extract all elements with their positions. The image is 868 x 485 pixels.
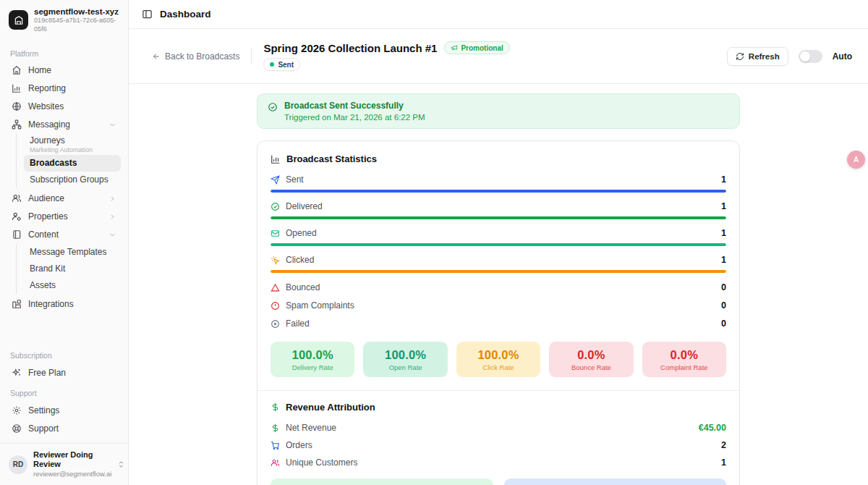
revenue-section-header: Revenue Attribution — [271, 402, 726, 413]
sidebar-item-broadcasts[interactable]: Broadcasts — [24, 155, 121, 172]
complaint-rate-card: 0.0% Complaint Rate — [642, 342, 726, 377]
sidebar-item-assets[interactable]: Assets — [24, 277, 121, 294]
panel-left-icon[interactable] — [142, 9, 153, 20]
sidebar-item-label: Assets — [30, 280, 115, 290]
network-icon — [12, 119, 22, 130]
user-menu[interactable]: RD Reviewer Doing Review reviewer@segmen… — [0, 443, 128, 485]
sidebar-item-support[interactable]: Support — [7, 419, 121, 437]
sidebar-item-settings[interactable]: Settings — [7, 401, 121, 419]
user-name: Reviewer Doing Review — [33, 450, 111, 469]
gear-icon — [12, 405, 22, 416]
conversion-rate-card: 100.0% Conversion Rate — [271, 478, 493, 485]
mail-icon — [271, 229, 280, 238]
stat-value: 1 — [721, 255, 726, 265]
lifebuoy-icon — [12, 423, 22, 434]
banner-subtitle: Triggered on Mar 21, 2026 at 6:22 PM — [284, 113, 425, 122]
auto-refresh-toggle[interactable] — [799, 50, 822, 63]
status-badge: Sent — [263, 58, 300, 71]
sidebar-item-audience[interactable]: Audience — [7, 190, 121, 208]
topbar: Dashboard — [129, 0, 868, 29]
sidebar-item-subscription-groups[interactable]: Subscription Groups — [24, 172, 121, 188]
bar-chart-icon — [12, 83, 22, 93]
sidebar-item-home[interactable]: Home — [7, 62, 121, 80]
users-icon — [271, 458, 280, 468]
revenue-value: €45.00 — [699, 423, 726, 433]
sidebar-item-content[interactable]: Content — [7, 226, 121, 244]
workspace-switcher[interactable]: segmentflow-test-xyz 019c8545-a7b1-72c6-… — [0, 0, 128, 39]
refresh-button[interactable]: Refresh — [727, 47, 788, 66]
stat-row-bounced: Bounced 0 — [271, 279, 726, 295]
sidebar-item-messaging[interactable]: Messaging — [7, 116, 121, 134]
dollar-icon — [271, 402, 280, 412]
statistics-section-header: Broadcast Statistics — [271, 153, 726, 164]
sidebar-item-brand-kit[interactable]: Brand Kit — [24, 261, 121, 277]
statistics-title: Broadcast Statistics — [286, 153, 377, 164]
stat-label: Spam Complaints — [286, 300, 354, 311]
content-scroll-area[interactable]: Broadcast Sent Successfully Triggered on… — [129, 84, 868, 485]
rate-value: 0.0% — [577, 348, 605, 362]
status-dot-icon — [270, 62, 274, 67]
sidebar-item-free-plan[interactable]: Free Plan — [7, 363, 121, 381]
chevron-right-icon — [109, 213, 116, 221]
workspace-logo-icon — [9, 10, 28, 30]
sidebar-item-label: Settings — [28, 405, 59, 416]
stat-row-delivered: Delivered 1 — [271, 199, 726, 214]
send-icon — [271, 175, 280, 185]
stat-label: Bounced — [286, 282, 320, 292]
bounce-rate-card: 0.0% Bounce Rate — [549, 342, 633, 377]
rate-label: Bounce Rate — [571, 363, 611, 371]
sidebar-item-label: Broadcasts — [30, 158, 115, 168]
rate-value: 0.0% — [671, 348, 698, 362]
sidebar-item-properties[interactable]: Properties — [7, 208, 121, 226]
promotional-badge: Promotional — [444, 41, 509, 54]
stat-label: Clicked — [286, 255, 314, 265]
revenue-label: Unique Customers — [286, 457, 357, 468]
sidebar-item-label: Brand Kit — [30, 263, 115, 274]
translate-floating-button[interactable]: A — [847, 151, 865, 169]
user-email: reviewer@segmentflow.ai — [33, 470, 111, 478]
rate-label: Delivery Rate — [292, 363, 333, 371]
progress-bar — [271, 190, 726, 193]
rate-value: 100.0% — [385, 348, 426, 362]
revenue-value: 2 — [721, 440, 726, 450]
x-circle-icon — [271, 319, 280, 329]
translate-icon: A — [854, 156, 859, 164]
alert-circle-icon — [271, 301, 280, 311]
stat-value: 1 — [721, 174, 726, 185]
success-banner: Broadcast Sent Successfully Triggered on… — [257, 93, 740, 129]
rate-value: 100.0% — [477, 348, 519, 362]
refresh-button-label: Refresh — [749, 52, 780, 61]
sidebar-item-label: Reporting — [28, 83, 66, 93]
broadcast-title: Spring 2026 Collection Launch #1 — [263, 42, 437, 54]
stat-row-spam-complaints: Spam Complaints 0 — [271, 298, 726, 313]
messaging-subgroup: Journeys Marketing Automation Broadcasts… — [16, 134, 121, 188]
progress-bar — [271, 243, 726, 246]
auto-toggle-label: Auto — [833, 51, 852, 62]
rate-value: 100.0% — [292, 348, 333, 362]
revenue-per-recipient-card: $45.00 Revenue / Recipient — [504, 478, 727, 485]
sidebar-item-message-templates[interactable]: Message Templates — [24, 244, 121, 261]
revenue-label: Orders — [286, 440, 312, 450]
rate-label: Click Rate — [482, 363, 514, 371]
chevron-right-icon — [109, 195, 116, 203]
revenue-row-unique-customers: Unique Customers 1 — [271, 455, 726, 470]
sidebar-item-websites[interactable]: Websites — [7, 98, 121, 116]
chart-icon — [271, 154, 281, 164]
platform-section-label: Platform — [7, 42, 121, 62]
toggle-knob — [800, 51, 810, 62]
sidebar-item-journeys[interactable]: Journeys Marketing Automation — [24, 134, 121, 155]
stat-value: 0 — [721, 300, 726, 311]
sidebar-item-integrations[interactable]: Integrations — [7, 295, 121, 313]
stat-value: 1 — [721, 201, 726, 211]
app-window: segmentflow-test-xyz 019c8545-a7b1-72c6-… — [0, 0, 868, 485]
rate-label: Complaint Rate — [660, 363, 707, 371]
sidebar-item-reporting[interactable]: Reporting — [7, 80, 121, 98]
rate-label: Open Rate — [389, 363, 422, 371]
support-section-label: Support — [7, 381, 121, 401]
revenue-row-net-revenue: Net Revenue €45.00 — [271, 421, 726, 435]
user-cog-icon — [12, 211, 22, 222]
back-to-broadcasts-link[interactable]: Back to Broadcasts — [152, 51, 239, 62]
stat-value: 0 — [721, 319, 726, 329]
circle-check-icon — [268, 102, 278, 122]
chevrons-up-down-icon — [117, 460, 125, 468]
